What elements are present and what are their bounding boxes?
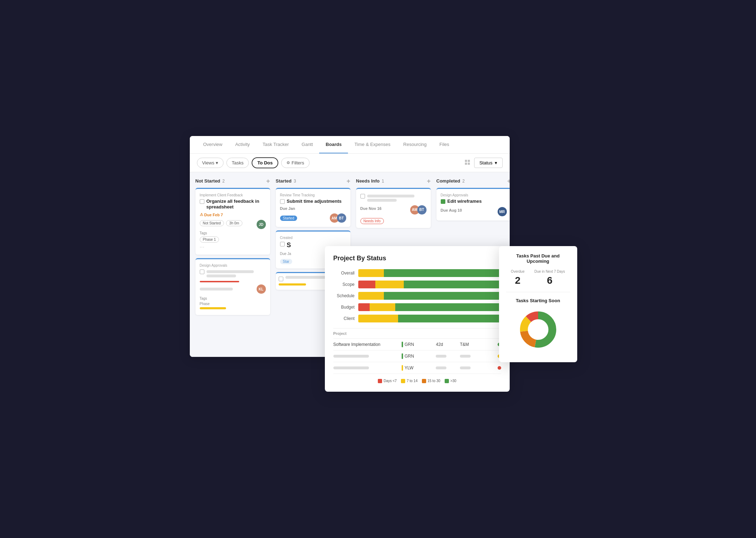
svg-rect-2: [465, 163, 467, 165]
overdue-value: 2: [511, 275, 524, 286]
tab-task-tracker[interactable]: Task Tracker: [256, 136, 295, 153]
card-avatar-completed: MR: [498, 207, 507, 216]
tab-files[interactable]: Files: [433, 136, 455, 153]
card-edit-wireframes: Design Approvals Edit wireframes Due Aug…: [436, 188, 510, 221]
card-design-approvals-not-started: Design Approvals KL: [195, 258, 270, 315]
column-count-needs-info: 1: [382, 179, 384, 184]
column-header-started: Started 3 +: [276, 178, 350, 184]
column-label-completed: Completed: [436, 178, 460, 184]
legend-item-green: >30: [445, 379, 456, 383]
column-header-needs-info: Needs Info 1 +: [356, 178, 431, 184]
tab-resourcing[interactable]: Resourcing: [397, 136, 433, 153]
status-tag-1[interactable]: Not Started: [200, 220, 224, 226]
status-chevron-icon: ▾: [495, 160, 497, 165]
card-checkbox-started-2[interactable]: [280, 242, 285, 246]
svg-point-8: [531, 322, 545, 337]
tab-bar: Overview Activity Task Tracker Gantt Boa…: [190, 136, 510, 154]
add-needs-info-button[interactable]: +: [427, 178, 431, 184]
legend-item-yellow: 7 to 14: [401, 379, 418, 383]
card-avatars-needs-info: AM BT: [410, 205, 427, 214]
column-header-not-started: Not Started 2 +: [195, 178, 270, 184]
views-label: Views: [202, 160, 214, 165]
status-tag-started-2: Star: [280, 259, 292, 264]
tab-overview[interactable]: Overview: [197, 136, 229, 153]
status-label: Status: [479, 160, 493, 165]
donut-svg: [517, 308, 559, 351]
card-due-completed: Due Aug 10: [441, 208, 462, 212]
card-project-2: Design Approvals: [200, 263, 266, 267]
card-checkbox-completed[interactable]: [441, 199, 445, 204]
status-table-header: Project: [333, 328, 501, 339]
card-title-bar-2: [207, 270, 254, 273]
svg-rect-3: [468, 163, 470, 165]
card-checkbox-started-3[interactable]: [279, 277, 283, 281]
add-not-started-button[interactable]: +: [266, 178, 270, 184]
svg-rect-0: [465, 160, 467, 162]
card-due-1: ⚠ Due Feb 7: [200, 212, 266, 217]
needs-info-tag: Needs Info: [360, 218, 384, 224]
card-title-started-1: Submit time adjustments: [287, 199, 342, 205]
card-title-completed: Edit wireframes: [447, 199, 482, 205]
toolbar: Views ▾ Tasks To Dos ⚙ Filters Status ▾: [190, 154, 510, 172]
column-label-not-started: Not Started: [195, 178, 220, 184]
tab-time-expenses[interactable]: Time & Expenses: [348, 136, 397, 153]
bar-chart: Overall Scope Schedule Budget: [333, 269, 501, 322]
todos-button[interactable]: To Dos: [252, 157, 278, 168]
status-row-0: Software Implementation GRN 42d T&M: [333, 339, 501, 350]
upcoming-value: 6: [534, 275, 565, 286]
card-menu-1[interactable]: ···: [200, 244, 266, 250]
tasks-stats: Overdue 2 Due in Next 7 Days 6: [506, 270, 570, 292]
phase-tag-1[interactable]: Phase 1: [200, 237, 219, 243]
tasks-label: Tasks: [232, 160, 243, 165]
status-panel-title: Project By Status: [333, 255, 501, 262]
upcoming-label: Due in Next 7 Days: [534, 270, 565, 273]
donut-chart: [506, 308, 570, 351]
bar-row-overall: Overall: [333, 269, 501, 277]
tab-gantt[interactable]: Gantt: [295, 136, 320, 153]
column-label-needs-info: Needs Info: [356, 178, 380, 184]
card-needs-info: Due Nov 16 AM BT Needs Info: [356, 188, 431, 228]
tab-activity[interactable]: Activity: [229, 136, 256, 153]
card-title-started-2: S: [287, 241, 291, 249]
card-avatar-2: KL: [257, 284, 266, 294]
overdue-label: Overdue: [511, 270, 524, 273]
phase-label-2: Phase: [200, 302, 266, 306]
card-status-line-2: [200, 281, 240, 282]
card-checkbox-started-1[interactable]: [280, 199, 285, 204]
status-panel: Project By Status Overall Scope Schedule: [325, 246, 510, 392]
tasks-panel-title: Tasks Past Due and Upcoming: [506, 253, 570, 264]
card-checkbox-2[interactable]: [200, 270, 204, 274]
warning-icon: ⚠: [200, 212, 203, 217]
tasks-panel: Tasks Past Due and Upcoming Overdue 2 Du…: [499, 246, 577, 362]
views-button[interactable]: Views ▾: [197, 158, 224, 168]
tasks-starting-title: Tasks Starting Soon: [506, 298, 570, 303]
card-project-1: Implement Client Feedback: [200, 193, 266, 197]
card-project-started-2: Created: [280, 236, 346, 240]
card-project-started-1: Review Time Tracking: [280, 193, 346, 197]
card-project-completed: Design Approvals: [441, 193, 507, 197]
card-due-started-1: Due Jan: [280, 206, 346, 211]
legend: Days <7 7 to 14 15 to 30 >30: [333, 379, 501, 383]
filter-icon: ⚙: [286, 161, 290, 165]
status-tag-started-1: Started: [280, 216, 297, 221]
card-submit-time: Review Time Tracking Submit time adjustm…: [276, 188, 350, 227]
legend-item-orange: 15 to 30: [422, 379, 440, 383]
status-row-1: GRN: [333, 350, 501, 362]
status-rows: Software Implementation GRN 42d T&M GRN: [333, 339, 501, 374]
tasks-button[interactable]: Tasks: [226, 158, 249, 168]
bar-row-budget: Budget: [333, 303, 501, 311]
bar-row-client: Client: [333, 315, 501, 322]
time-tag-1: 3h 0m: [226, 220, 242, 226]
status-row-2: YLW: [333, 362, 501, 374]
tab-boards[interactable]: Boards: [319, 136, 348, 153]
filters-button[interactable]: ⚙ Filters: [281, 158, 309, 168]
grid-icon: [464, 159, 471, 166]
card-checkbox-needs-info[interactable]: [360, 194, 365, 199]
status-dropdown[interactable]: Status ▾: [474, 158, 503, 168]
card-avatars-started-1: AM BT: [330, 213, 346, 223]
column-label-started: Started: [276, 178, 292, 184]
add-completed-button[interactable]: +: [507, 178, 510, 184]
card-checkbox-1[interactable]: [200, 199, 204, 204]
add-started-button[interactable]: +: [347, 178, 350, 184]
header-project: Project: [333, 331, 402, 336]
